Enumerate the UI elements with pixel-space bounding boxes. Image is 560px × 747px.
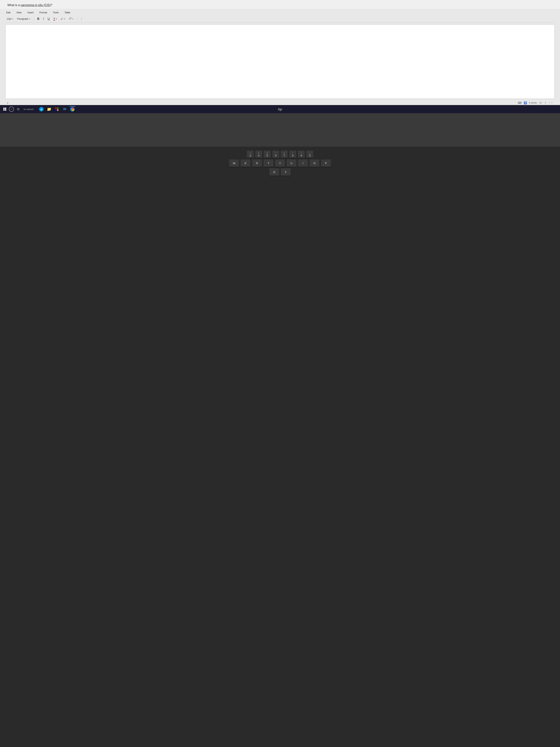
question-link: carcinoma in situ (CIS): [21, 3, 51, 7]
start-button[interactable]: [2, 106, 8, 112]
qwerty-row: W E R T Y U I O P: [0, 159, 560, 167]
font-color-button[interactable]: A ∨: [52, 17, 58, 21]
underline-button[interactable]: U: [47, 17, 51, 21]
file-explorer-icon[interactable]: 📁: [46, 106, 52, 112]
key-o[interactable]: O: [309, 159, 320, 167]
question-suffix: ?: [51, 3, 52, 7]
keyboard-icon: ⌨: [518, 101, 522, 104]
key-d[interactable]: D: [269, 168, 279, 176]
edge-browser-icon[interactable]: e: [38, 106, 44, 112]
search-placeholder: to search: [24, 108, 33, 111]
taskbar: ○ ⧉ to search e 📁 ✉: [0, 105, 560, 113]
menu-insert[interactable]: Insert: [27, 11, 34, 14]
mail-icon[interactable]: ✉: [62, 106, 68, 112]
key-7[interactable]: & 7: [281, 150, 288, 158]
key-9[interactable]: ( 9: [298, 150, 305, 158]
bottom-row: D F: [0, 168, 560, 176]
code-view-button[interactable]: </>: [539, 102, 542, 104]
superscript-chevron: ∨: [72, 18, 74, 20]
chrome-icon-graphic: [70, 107, 75, 111]
menu-table[interactable]: Table: [64, 11, 71, 14]
superscript-button[interactable]: T2 ∨: [68, 17, 75, 21]
italic-label: I: [43, 17, 44, 21]
italic-button[interactable]: I: [42, 17, 45, 21]
laptop-body: · · · · · · · · · · · · · · · · · · · · …: [0, 113, 560, 147]
paragraph-selector[interactable]: Paragraph ∨: [16, 17, 31, 21]
more-icon: ⋮: [80, 18, 83, 20]
paragraph-indicator: p: [7, 102, 8, 104]
expand-button[interactable]: ↗: [544, 102, 546, 104]
menu-view[interactable]: View: [16, 11, 22, 14]
status-bar: p ⌨ ♿ 0 words </> ↗ ⋮⋮: [5, 101, 555, 105]
font-size-chevron: ∨: [12, 18, 14, 20]
edge-icon-graphic: e: [39, 107, 44, 111]
keyboard-area: # 3 $ 4 % 5 ^ 6 & 7: [0, 147, 560, 177]
hp-logo-text: hp: [278, 107, 282, 111]
number-row: # 3 $ 4 % 5 ^ 6 & 7: [0, 150, 560, 158]
speaker-grille: · · · · · · · · · · · · · · · · · · · · …: [28, 127, 532, 131]
paragraph-chevron: ∨: [29, 18, 30, 20]
search-button[interactable]: ○: [9, 106, 14, 112]
font-size-label: 12pt: [7, 18, 11, 20]
underline-label: U: [48, 17, 50, 21]
font-size-selector[interactable]: 12pt ∨: [5, 17, 15, 21]
key-t[interactable]: T: [263, 159, 274, 167]
key-y[interactable]: Y: [275, 159, 285, 167]
question-prefix: What is a: [7, 3, 21, 7]
store-icon[interactable]: [54, 106, 60, 112]
key-u[interactable]: U: [286, 159, 297, 167]
key-r[interactable]: R: [252, 159, 262, 167]
highlight-chevron: ∨: [64, 18, 65, 20]
task-view-button[interactable]: ⧉: [15, 106, 21, 112]
menu-format[interactable]: Format: [39, 11, 48, 14]
key-4[interactable]: $ 4: [255, 150, 262, 158]
taskbar-icons: e 📁 ✉: [38, 106, 75, 112]
font-color-chevron: ∨: [56, 18, 57, 20]
superscript-label: T2: [69, 17, 72, 20]
key-e[interactable]: E: [240, 159, 251, 167]
document-body[interactable]: [5, 25, 555, 99]
menu-tools[interactable]: Tools: [52, 11, 59, 14]
chrome-browser-icon[interactable]: [70, 106, 75, 112]
question-text: What is a carcinoma in situ (CIS)?: [7, 3, 52, 7]
more-options-button[interactable]: ⋮: [79, 17, 84, 21]
menu-edit[interactable]: Edit: [5, 11, 11, 14]
font-color-label: A: [54, 17, 55, 21]
word-count: 0 words: [529, 102, 537, 104]
key-f[interactable]: F: [281, 168, 291, 176]
key-6[interactable]: ^ 6: [272, 150, 279, 158]
grid-button[interactable]: ⋮⋮: [549, 102, 553, 104]
bold-button[interactable]: B: [36, 17, 41, 21]
editor-container: Edit View Insert Format Tools Table 12pt…: [0, 9, 560, 105]
menu-bar: Edit View Insert Format Tools Table: [5, 9, 555, 16]
windows-logo: [3, 108, 6, 111]
bold-label: B: [37, 17, 39, 21]
question-area: What is a carcinoma in situ (CIS)?: [0, 0, 560, 9]
key-p[interactable]: P: [321, 159, 331, 167]
highlight-icon: 🖊: [61, 18, 63, 20]
accessibility-icon: ♿: [524, 101, 527, 104]
speaker-row: · · · · · · · · · · · · · · · · · · · · …: [166, 128, 394, 129]
key-w[interactable]: W: [229, 159, 239, 167]
paragraph-label: Paragraph: [17, 18, 28, 20]
toolbar: 12pt ∨ Paragraph ∨ B I U A ∨ 🖊: [5, 16, 555, 23]
key-8[interactable]: * 8: [289, 150, 296, 158]
key-3[interactable]: # 3: [246, 150, 254, 158]
hp-logo: hp: [278, 107, 282, 111]
key-0[interactable]: ) 0: [306, 150, 314, 158]
highlight-button[interactable]: 🖊 ∨: [60, 17, 66, 21]
key-5[interactable]: % 5: [264, 150, 271, 158]
key-i[interactable]: I: [298, 159, 308, 167]
